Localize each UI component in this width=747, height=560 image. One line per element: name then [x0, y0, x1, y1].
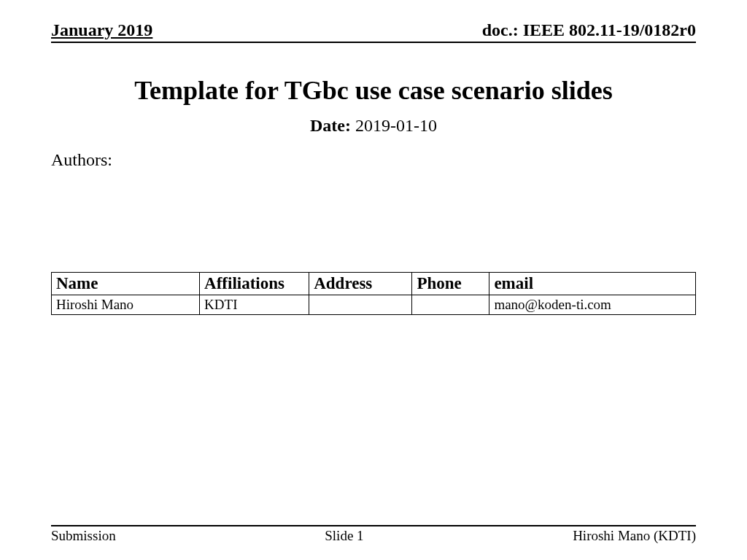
date-line: Date: 2019-01-10 [51, 116, 696, 136]
header-date: January 2019 [51, 20, 152, 40]
table-row: Hiroshi Mano KDTI mano@koden-ti.com [52, 295, 696, 315]
th-name: Name [52, 273, 200, 295]
slide-footer: Submission Slide 1 Hiroshi Mano (KDTI) [51, 525, 696, 544]
cell-affiliations: KDTI [200, 295, 309, 315]
date-value: 2019-01-10 [355, 116, 437, 135]
header-doc-id: doc.: IEEE 802.11-19/0182r0 [482, 20, 696, 40]
footer-center: Slide 1 [325, 528, 363, 544]
footer-row: Submission Slide 1 Hiroshi Mano (KDTI) [51, 528, 696, 544]
footer-left: Submission [51, 528, 116, 544]
authors-label: Authors: [51, 150, 696, 170]
cell-email: mano@koden-ti.com [489, 295, 696, 315]
th-affiliations: Affiliations [200, 273, 309, 295]
footer-right: Hiroshi Mano (KDTI) [573, 528, 696, 544]
cell-address [309, 295, 412, 315]
slide-title: Template for TGbc use case scenario slid… [51, 75, 696, 106]
cell-name: Hiroshi Mano [52, 295, 200, 315]
slide-header: January 2019 doc.: IEEE 802.11-19/0182r0 [51, 20, 696, 43]
cell-phone [412, 295, 489, 315]
slide: January 2019 doc.: IEEE 802.11-19/0182r0… [0, 0, 747, 560]
th-address: Address [309, 273, 412, 295]
table-header-row: Name Affiliations Address Phone email [52, 273, 696, 295]
th-email: email [489, 273, 696, 295]
authors-table: Name Affiliations Address Phone email Hi… [51, 272, 696, 315]
th-phone: Phone [412, 273, 489, 295]
footer-rule [51, 525, 696, 526]
date-label: Date: [310, 116, 351, 135]
